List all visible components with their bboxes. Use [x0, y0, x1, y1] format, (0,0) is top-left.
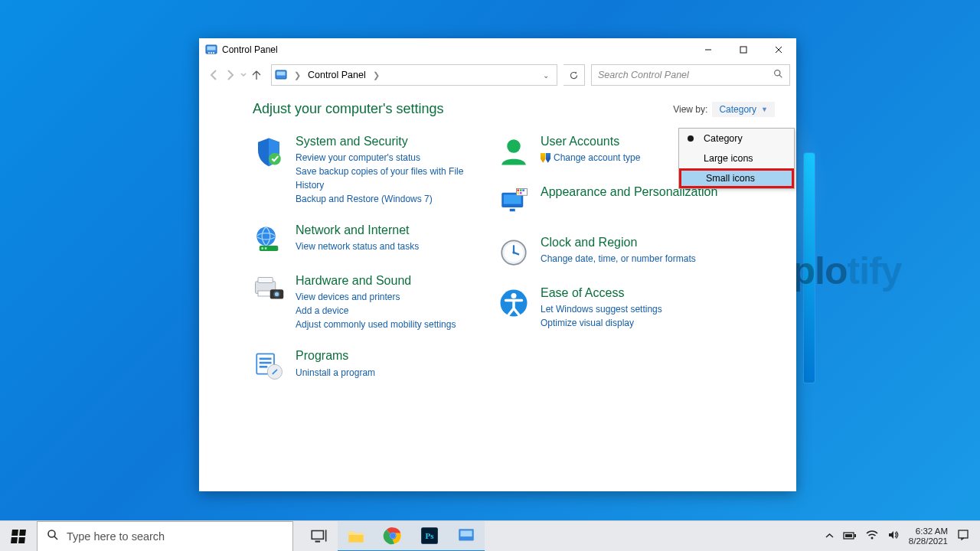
category-title[interactable]: Ease of Access: [541, 285, 662, 300]
link-review-status[interactable]: Review your computer's status: [296, 151, 475, 165]
category-appearance[interactable]: Appearance and Personalization: [498, 184, 727, 218]
category-title[interactable]: Clock and Region: [541, 235, 696, 249]
category-network[interactable]: Network and Internet View network status…: [253, 223, 475, 256]
link-optimize-display[interactable]: Optimize visual display: [541, 316, 662, 330]
link-add-device[interactable]: Add a device: [296, 304, 456, 318]
close-button[interactable]: [761, 38, 796, 61]
address-dropdown-button[interactable]: ⌄: [543, 71, 554, 80]
link-devices-printers[interactable]: View devices and printers: [296, 290, 456, 304]
view-by-value: Category: [719, 104, 756, 115]
user-icon: [498, 135, 530, 168]
up-button[interactable]: [248, 67, 265, 83]
system-tray: 6:32 AM 8/28/2021: [825, 521, 980, 552]
forward-button[interactable]: [222, 67, 239, 83]
chevron-right-icon: ❯: [371, 70, 382, 80]
svg-rect-1: [207, 47, 216, 51]
svg-rect-33: [510, 209, 515, 212]
maximize-button[interactable]: [726, 38, 761, 61]
svg-point-14: [256, 227, 276, 246]
svg-rect-39: [520, 192, 522, 194]
taskbar-search[interactable]: Type here to search: [37, 521, 293, 552]
taskbar-clock[interactable]: 6:32 AM 8/28/2021: [909, 527, 948, 546]
battery-icon[interactable]: [843, 530, 857, 543]
control-panel-icon: [205, 44, 217, 56]
svg-point-4: [213, 52, 214, 54]
refresh-button[interactable]: [564, 64, 585, 86]
wifi-icon[interactable]: [866, 530, 878, 543]
file-explorer-button[interactable]: [338, 521, 374, 552]
svg-text:Ps: Ps: [426, 531, 434, 540]
category-system-security[interactable]: System and Security Review your computer…: [253, 134, 475, 206]
dropdown-label: Category: [704, 133, 743, 144]
accessibility-icon: [498, 287, 530, 319]
task-view-button[interactable]: [301, 521, 338, 552]
taskbar-date: 8/28/2021: [909, 536, 948, 546]
svg-point-63: [871, 537, 873, 540]
svg-point-11: [775, 70, 780, 76]
category-title[interactable]: Network and Internet: [296, 223, 419, 237]
dropdown-item-category[interactable]: Category: [679, 129, 794, 148]
svg-rect-49: [312, 530, 323, 539]
category-programs[interactable]: Programs Uninstall a program: [253, 348, 475, 382]
svg-point-3: [211, 52, 212, 54]
page-heading: Adjust your computer's settings: [253, 101, 444, 117]
dropdown-item-large-icons[interactable]: Large icons: [679, 148, 794, 168]
svg-rect-16: [261, 247, 263, 249]
link-change-account-type[interactable]: Change account type: [554, 151, 640, 165]
view-by-dropdown-button[interactable]: Category ▼: [712, 102, 775, 117]
category-title[interactable]: Hardware and Sound: [296, 273, 456, 288]
category-clock-region[interactable]: Clock and Region Change date, time, or n…: [498, 235, 727, 269]
svg-rect-26: [260, 362, 272, 364]
category-title[interactable]: User Accounts: [541, 134, 640, 148]
svg-rect-59: [460, 530, 472, 536]
printer-camera-icon: [253, 275, 285, 307]
volume-icon[interactable]: [887, 530, 900, 543]
taskbar-search-hint: Type here to search: [67, 530, 165, 543]
chrome-button[interactable]: [374, 521, 411, 552]
search-input[interactable]: [598, 70, 773, 80]
link-file-history[interactable]: Save backup copies of your files with Fi…: [296, 165, 475, 192]
start-button[interactable]: [0, 521, 37, 552]
svg-rect-64: [959, 530, 968, 538]
svg-rect-36: [520, 189, 522, 191]
category-ease-of-access[interactable]: Ease of Access Let Windows suggest setti…: [498, 285, 727, 330]
watermark-b: tify: [848, 249, 902, 292]
back-button[interactable]: [205, 67, 222, 83]
link-network-status[interactable]: View network status and tasks: [296, 240, 419, 253]
chevron-down-icon: ▼: [761, 106, 768, 113]
window-title: Control Panel: [222, 44, 278, 55]
navigation-bar: ❯ Control Panel ❯ ⌄: [199, 63, 796, 87]
notifications-icon[interactable]: [957, 529, 969, 543]
photoshop-button[interactable]: Ps: [411, 521, 448, 552]
dropdown-item-small-icons[interactable]: Small icons: [679, 168, 794, 188]
category-title[interactable]: System and Security: [296, 134, 475, 148]
control-panel-taskbar-button[interactable]: [448, 521, 485, 552]
svg-rect-38: [517, 192, 519, 194]
svg-rect-32: [504, 194, 521, 204]
uac-shield-icon: [541, 153, 550, 163]
link-mobility-settings[interactable]: Adjust commonly used mobility settings: [296, 318, 456, 331]
category-title[interactable]: Programs: [296, 348, 375, 363]
link-windows-suggest[interactable]: Let Windows suggest settings: [541, 302, 662, 316]
breadcrumb-control-panel[interactable]: Control Panel: [308, 70, 366, 80]
svg-rect-62: [854, 534, 856, 537]
window-titlebar[interactable]: Control Panel: [199, 38, 796, 61]
svg-rect-27: [260, 366, 268, 368]
link-uninstall-program[interactable]: Uninstall a program: [296, 366, 375, 380]
search-icon: [47, 529, 59, 543]
recent-locations-button[interactable]: [239, 67, 248, 83]
svg-rect-37: [522, 189, 524, 191]
address-bar[interactable]: ❯ Control Panel ❯ ⌄: [271, 64, 557, 86]
category-hardware[interactable]: Hardware and Sound View devices and prin…: [253, 273, 475, 331]
svg-point-30: [507, 139, 521, 153]
svg-rect-35: [517, 189, 519, 191]
search-icon: [773, 69, 783, 81]
minimize-button[interactable]: [691, 38, 726, 61]
search-bar[interactable]: [591, 64, 790, 86]
svg-line-48: [54, 536, 57, 540]
link-backup-restore[interactable]: Backup and Restore (Windows 7): [296, 192, 475, 206]
svg-point-47: [48, 530, 55, 537]
svg-point-23: [275, 292, 279, 296]
tray-chevron-up-icon[interactable]: [825, 530, 834, 543]
link-change-datetime[interactable]: Change date, time, or number formats: [541, 252, 696, 266]
